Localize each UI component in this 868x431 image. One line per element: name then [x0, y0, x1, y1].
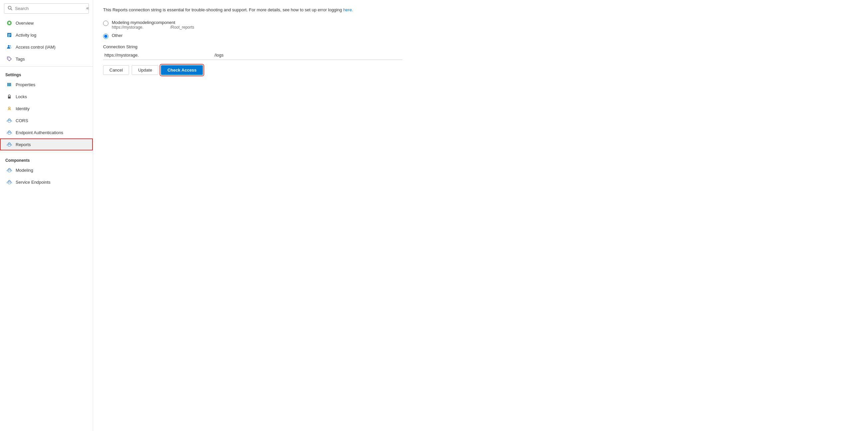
radio-option-other: Other [103, 33, 858, 39]
overview-icon [6, 20, 12, 26]
access-control-label: Access control (IAM) [16, 45, 56, 50]
modeling-label: Modeling [16, 168, 33, 173]
svg-rect-12 [8, 83, 9, 86]
reports-icon [6, 141, 12, 147]
svg-rect-7 [8, 36, 10, 37]
locks-icon [6, 93, 12, 99]
sidebar-item-modeling[interactable]: Modeling [0, 164, 93, 176]
info-link[interactable]: here. [343, 7, 353, 12]
sidebar: « Overview Activity log Access control (… [0, 0, 93, 431]
button-row: Cancel Update Check Access [103, 65, 858, 75]
radio-modeling[interactable] [103, 21, 108, 26]
svg-point-18 [8, 133, 11, 135]
svg-point-17 [8, 120, 11, 122]
svg-rect-13 [9, 83, 10, 86]
search-box[interactable] [4, 3, 89, 13]
sidebar-item-activity-log[interactable]: Activity log [0, 29, 93, 41]
main-content: This Reports connection string is essent… [93, 0, 868, 431]
sidebar-item-overview[interactable]: Overview [0, 17, 93, 29]
connection-string-label: Connection String [103, 44, 858, 49]
locks-label: Locks [16, 94, 27, 99]
endpoint-auth-icon [6, 130, 12, 136]
cors-icon [6, 117, 12, 123]
radio-other[interactable] [103, 34, 108, 39]
service-endpoints-label: Service Endpoints [16, 180, 51, 185]
info-text: This Reports connection string is essent… [103, 7, 858, 13]
sidebar-item-reports[interactable]: Reports [0, 139, 93, 150]
sidebar-item-properties[interactable]: Properties [0, 79, 93, 90]
sidebar-item-access-control[interactable]: Access control (IAM) [0, 41, 93, 53]
svg-rect-15 [8, 96, 11, 98]
cors-label: CORS [16, 118, 28, 123]
connection-string-input[interactable] [103, 51, 402, 60]
svg-rect-5 [8, 34, 11, 35]
sidebar-item-endpoint-auth[interactable]: Endpoint Authentications [0, 126, 93, 139]
svg-point-3 [8, 22, 10, 24]
sidebar-item-tags[interactable]: Tags [0, 53, 93, 65]
svg-rect-6 [8, 35, 11, 36]
svg-point-8 [8, 45, 10, 47]
service-endpoints-icon [6, 179, 12, 185]
collapse-button[interactable]: « [85, 5, 90, 11]
svg-rect-14 [10, 83, 11, 86]
components-section-label: Components [0, 153, 93, 164]
sidebar-nav: Overview Activity log Access control (IA… [0, 17, 93, 431]
tags-label: Tags [16, 57, 25, 62]
cancel-button[interactable]: Cancel [103, 65, 129, 75]
svg-rect-11 [7, 83, 8, 86]
sidebar-item-cors[interactable]: CORS [0, 114, 93, 126]
tags-icon [6, 56, 12, 62]
svg-point-21 [8, 182, 11, 184]
search-input[interactable] [15, 6, 85, 11]
update-button[interactable]: Update [132, 65, 158, 75]
settings-section-label: Settings [0, 68, 93, 79]
svg-point-10 [8, 58, 9, 59]
access-control-icon [6, 44, 12, 50]
connection-string-field: Connection String [103, 44, 858, 60]
radio-modeling-url: https://mystorage. [112, 25, 143, 30]
properties-label: Properties [16, 82, 35, 87]
activity-log-label: Activity log [16, 33, 36, 38]
radio-modeling-path: /Root_reports [170, 25, 194, 30]
endpoint-auth-label: Endpoint Authentications [16, 130, 63, 135]
check-access-button[interactable]: Check Access [161, 65, 203, 75]
reports-label: Reports [16, 142, 31, 147]
radio-option-modeling: Modeling mymodelingcomponent https://mys… [103, 20, 858, 30]
properties-icon [6, 82, 12, 88]
sidebar-item-identity[interactable]: Identity [0, 103, 93, 114]
identity-icon [6, 106, 12, 112]
search-icon [8, 6, 12, 11]
activity-log-icon [6, 32, 12, 38]
radio-modeling-label[interactable]: Modeling mymodelingcomponent [112, 20, 175, 25]
radio-group: Modeling mymodelingcomponent https://mys… [103, 20, 858, 39]
svg-point-9 [10, 45, 11, 47]
svg-point-20 [8, 170, 11, 172]
radio-modeling-sublabel: https://mystorage. /Root_reports [112, 25, 194, 30]
radio-other-label[interactable]: Other [112, 33, 123, 38]
identity-label: Identity [16, 106, 30, 111]
sidebar-item-locks[interactable]: Locks [0, 90, 93, 103]
svg-point-19 [8, 144, 11, 146]
modeling-icon [6, 167, 12, 173]
overview-label: Overview [16, 21, 34, 26]
svg-line-1 [11, 9, 12, 10]
sidebar-item-service-endpoints[interactable]: Service Endpoints [0, 176, 93, 188]
